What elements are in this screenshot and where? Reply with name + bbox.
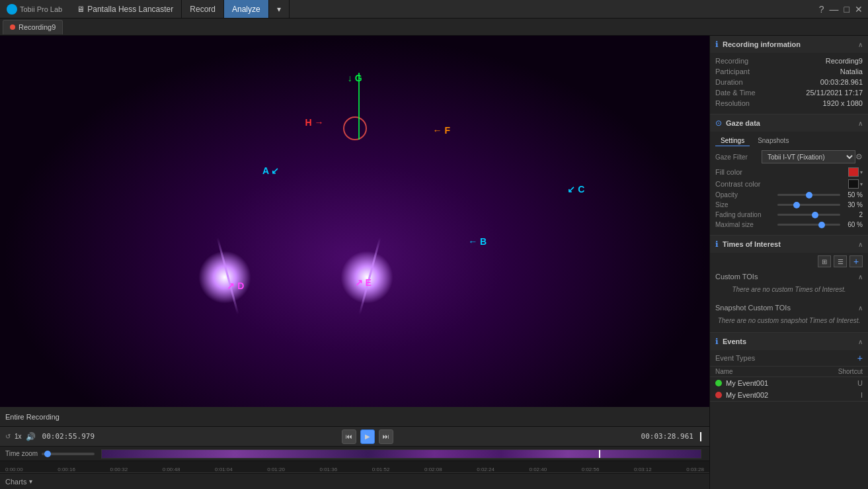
recording-info-header[interactable]: ℹ Recording information ∧	[710, 36, 868, 53]
snapshot-tois-header[interactable]: Snapshot Custom TOIs ∧	[715, 304, 863, 312]
events-title: Events	[723, 337, 746, 345]
size-slider-track[interactable]	[777, 204, 840, 206]
events-add-button[interactable]: +	[857, 353, 863, 363]
nav-dropdown-arrow[interactable]: ▾	[269, 0, 290, 18]
fill-color-label: Fill color	[715, 168, 742, 176]
tab-settings[interactable]: Settings	[715, 136, 750, 146]
custom-tois-empty: There are no custom Times of Interest.	[715, 281, 863, 298]
charts-label: Charts	[5, 478, 26, 486]
minimize-icon[interactable]: —	[830, 4, 839, 15]
playback-position-marker	[599, 450, 600, 458]
label-D: ↗ D	[227, 281, 244, 291]
fading-slider-thumb[interactable]	[812, 212, 818, 218]
toi-icon: ℹ	[715, 240, 719, 249]
contrast-color-row: Contrast color ▾	[715, 179, 863, 189]
ruler-mark-13: 0:03:28	[686, 467, 704, 472]
gaze-data-header[interactable]: ⊙ Gaze data ∧	[710, 114, 868, 132]
size-slider-thumb[interactable]	[793, 202, 800, 208]
timeline-segments	[102, 450, 701, 458]
size-label: Size	[715, 201, 775, 208]
events-header-left: ℹ Events	[715, 337, 746, 346]
toi-header-left: ℹ Times of Interest	[715, 240, 781, 249]
recording-info-section: ℹ Recording information ∧ Recording Reco…	[710, 36, 868, 114]
gaze-data-tabs: Settings Snapshots	[715, 136, 863, 146]
gaze-data-chevron: ∧	[858, 120, 863, 127]
events-chevron: ∧	[858, 338, 863, 345]
play-button[interactable]: ▶	[360, 429, 375, 444]
time-zoom-slider[interactable]	[42, 453, 95, 455]
toi-toolbar: ⊞ ☰ +	[710, 253, 868, 270]
nav-analyze[interactable]: Analyze	[224, 0, 269, 18]
close-icon[interactable]: ✕	[855, 4, 863, 15]
ruler-mark-1: 0:00:16	[58, 467, 75, 472]
size-value: 30 %	[843, 201, 863, 208]
label-B: ← B	[468, 236, 487, 247]
event-name-0: My Event001	[726, 379, 853, 387]
audio-icon[interactable]: 🔊	[26, 432, 36, 441]
fill-color-picker[interactable]: ▾	[848, 167, 863, 177]
opacity-slider-track[interactable]	[777, 194, 840, 196]
times-of-interest-section: ℹ Times of Interest ∧ ⊞ ☰ + Custom TOIs …	[710, 236, 868, 333]
nav-pantalla[interactable]: 🖥 Pantalla Hess Lancaster	[69, 0, 182, 18]
label-F: ← F	[433, 125, 450, 136]
fading-slider-track[interactable]	[777, 214, 840, 216]
event-name-1: My Event002	[726, 391, 857, 399]
time-zoom-label: Time zoom	[5, 450, 38, 457]
playback-controls: ↺ 1x 🔊 00:02:55.979 ⏮ ▶ ⏭ 00:03:28.961	[0, 427, 709, 447]
video-container[interactable]: ↓ G H → ← F A ↙ ← B ↙ C ↗ D ↗ E	[0, 36, 709, 407]
entire-recording-label: Entire Recording	[5, 413, 59, 421]
end-time-display: 00:03:28.961	[641, 432, 693, 441]
events-section: ℹ Events ∧ Event Types + Name Shortcut M…	[710, 333, 868, 402]
filter-settings-gear-icon[interactable]: ⚙	[855, 152, 863, 161]
ruler-mark-6: 0:01:36	[320, 467, 338, 472]
fill-color-swatch	[848, 167, 859, 177]
size-slider-row: Size 30 %	[715, 201, 863, 208]
gaze-filter-label: Gaze Filter	[715, 154, 762, 161]
ruler-mark-12: 0:03:12	[634, 467, 652, 472]
toi-list-view-button[interactable]: ☰	[834, 255, 847, 267]
nav-record[interactable]: Record	[182, 0, 224, 18]
skip-forward-button[interactable]: ⏭	[379, 429, 393, 444]
events-header[interactable]: ℹ Events ∧	[710, 333, 868, 350]
charts-chevron-icon[interactable]: ▾	[29, 478, 32, 485]
event-shortcut-0: U	[857, 379, 863, 387]
maximal-size-slider-thumb[interactable]	[818, 222, 825, 228]
maximal-size-value: 60 %	[843, 221, 863, 228]
snapshot-tois-empty: There are no custom snapshot Times of In…	[715, 312, 863, 330]
dropdown-icon: ▾	[277, 5, 281, 14]
maximize-icon[interactable]: □	[844, 4, 849, 15]
help-icon[interactable]: ?	[819, 4, 824, 15]
custom-tois-header[interactable]: Custom TOIs ∧	[715, 273, 863, 281]
toi-header[interactable]: ℹ Times of Interest ∧	[710, 236, 868, 253]
skip-back-button[interactable]: ⏮	[342, 429, 356, 444]
recording-tab[interactable]: Recording9	[3, 20, 63, 34]
app-title: Tobii Pro Lab	[20, 5, 62, 13]
events-types-header: Event Types +	[710, 350, 868, 367]
custom-tois-chevron: ∧	[858, 273, 863, 281]
event-row-0: My Event001 U	[710, 377, 868, 389]
nav-pantalla-label: Pantalla Hess Lancaster	[87, 5, 173, 14]
datetime-label: Date & Time	[715, 89, 756, 97]
fading-label: Fading duration	[715, 211, 775, 218]
app-logo: Tobii Pro Lab	[0, 4, 69, 15]
maximal-size-slider-track[interactable]	[777, 224, 840, 226]
logo-icon	[7, 4, 17, 15]
tab-snapshots[interactable]: Snapshots	[752, 136, 794, 146]
contrast-color-dropdown-arrow: ▾	[860, 181, 863, 187]
maximal-size-label: Maximal size	[715, 221, 775, 228]
opacity-slider-thumb[interactable]	[806, 192, 812, 199]
label-E: ↗ E	[355, 277, 372, 288]
toi-add-button[interactable]: +	[849, 255, 863, 267]
contrast-color-picker[interactable]: ▾	[848, 179, 863, 189]
gaze-filter-row: Gaze Filter Tobii I-VT (Fixation) ⚙	[715, 150, 863, 163]
maximal-size-slider-row: Maximal size 60 %	[715, 221, 863, 228]
timeline-track[interactable]	[101, 449, 701, 459]
opacity-slider-row: Opacity 50 %	[715, 191, 863, 199]
toi-grid-view-button[interactable]: ⊞	[818, 255, 831, 267]
recording-label: Recording	[715, 57, 748, 65]
gaze-filter-select[interactable]: Tobii I-VT (Fixation)	[762, 150, 855, 163]
main-layout: ↓ G H → ← F A ↙ ← B ↙ C ↗ D ↗ E E	[0, 36, 868, 489]
ruler-mark-9: 0:02:24	[477, 467, 494, 472]
resolution-label: Resolution	[715, 99, 750, 107]
toi-chevron: ∧	[858, 241, 863, 248]
